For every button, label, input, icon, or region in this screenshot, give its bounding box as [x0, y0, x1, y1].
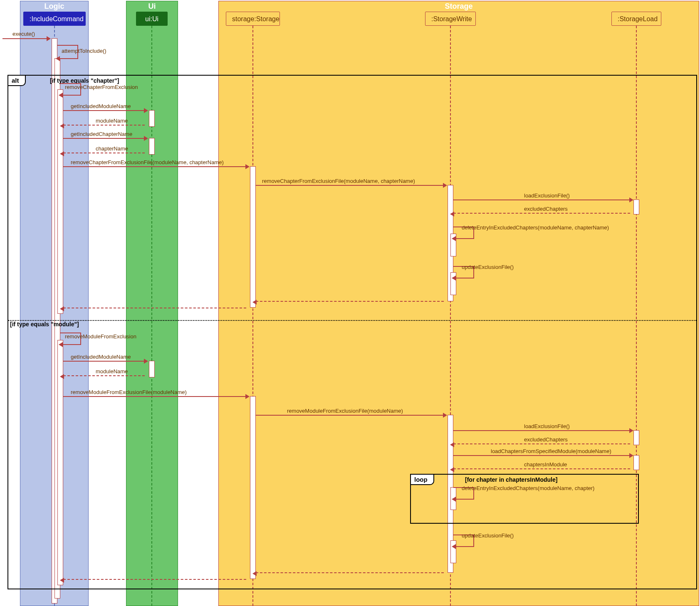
msg-removemodulefile-2-label: removeModuleFromExclusionFile(moduleName… [287, 408, 403, 414]
msg-chaptername-label: chapterName [96, 145, 128, 152]
participant-ui: ui:Ui [136, 12, 168, 26]
participant-storageload: :StorageLoad [611, 12, 661, 26]
msg-removechapterfromexclusion-label: removeChapterFromExclusion [65, 84, 138, 90]
msg-return-sw-sto-1 [256, 301, 444, 302]
msg-excludedchapters-2 [453, 443, 630, 444]
msg-modulename-return [63, 125, 145, 126]
msg-modulename-label: moduleName [96, 118, 128, 124]
msg-removechapterfile-2 [256, 185, 444, 186]
msg-loadexclusion-1-label: loadExclusionFile() [524, 192, 570, 199]
msg-loadexclusion-1 [453, 200, 630, 200]
participant-storage: storage:Storage [226, 12, 280, 26]
msg-removemodulefile-2 [256, 415, 444, 416]
msg-updateexclusion-1-label: updateExclusionFile() [462, 264, 514, 270]
msg-excludedchapters-1 [453, 213, 630, 214]
participant-includecommand: :IncludeCommand [23, 12, 86, 26]
msg-removechapterfile-1-label: removeChapterFromExclusionFile(moduleNam… [71, 159, 224, 165]
msg-getincludedmodulename-2 [63, 361, 145, 362]
msg-attempttoinclude-label: attemptToInclude() [62, 48, 106, 54]
msg-loadexclusion-2 [453, 430, 630, 431]
group-logic-title: Logic [20, 2, 88, 11]
msg-loadchapters [453, 455, 630, 456]
msg-removechapterfile-1 [63, 166, 246, 167]
msg-chaptersinmodule-label: chaptersInModule [524, 461, 567, 468]
msg-deleteentry-loop-label: deleteEntryInExcludedChapters(moduleName… [462, 485, 594, 491]
msg-loadchapters-label: loadChaptersFromSpecifiedModule(moduleNa… [491, 448, 611, 454]
frame-loop-title: loop [411, 475, 434, 485]
msg-removemodulefile-1 [63, 396, 246, 397]
msg-removemodulefromexclusion-label: removeModuleFromExclusion [65, 333, 136, 340]
group-storage-title: Storage [219, 2, 699, 11]
msg-modulename-2-label: moduleName [96, 368, 128, 374]
msg-execute-label: execute() [12, 31, 35, 37]
group-ui-title: Ui [126, 2, 178, 11]
msg-getincludedchaptername [63, 138, 145, 139]
frame-loop: loop [for chapter in chaptersInModule] [410, 474, 639, 524]
msg-return-sto-inc-1 [63, 308, 246, 308]
msg-getincludedmodulename-label: getIncludedModuleName [71, 103, 131, 109]
msg-removemodulefile-1-label: removeModuleFromExclusionFile(moduleName… [71, 389, 187, 395]
msg-execute [2, 38, 47, 39]
msg-getincludedchaptername-label: getIncludedChapterName [71, 131, 132, 137]
msg-excludedchapters-1-label: excludedChapters [524, 206, 568, 212]
msg-return-sto-inc-2 [63, 579, 246, 580]
msg-return-sw-sto-2 [256, 572, 444, 573]
frame-loop-cond: [for chapter in chaptersInModule] [465, 476, 557, 483]
frame-alt-cond2: [if type equals "module"] [10, 321, 79, 328]
msg-loadexclusion-2-label: loadExclusionFile() [524, 423, 570, 429]
msg-deleteentry-1-label: deleteEntryInExcludedChapters(moduleName… [462, 224, 609, 231]
msg-excludedchapters-2-label: excludedChapters [524, 436, 568, 443]
frame-alt-title: alt [8, 76, 26, 86]
msg-removechapterfile-2-label: removeChapterFromExclusionFile(moduleNam… [262, 178, 415, 184]
msg-updateexclusion-2-label: updateExclusionFile() [462, 532, 514, 539]
msg-chaptername-return [63, 153, 145, 153]
msg-chaptersinmodule [453, 468, 630, 469]
msg-getincludedmodulename [63, 110, 145, 111]
sequence-diagram: Logic Ui Storage :IncludeCommand ui:Ui s… [0, 0, 700, 606]
msg-modulename-return-2 [63, 375, 145, 376]
participant-storagewrite: :StorageWrite [425, 12, 476, 26]
frame-alt-divider [8, 320, 696, 321]
msg-getincludedmodulename-2-label: getIncludedModuleName [71, 354, 131, 360]
